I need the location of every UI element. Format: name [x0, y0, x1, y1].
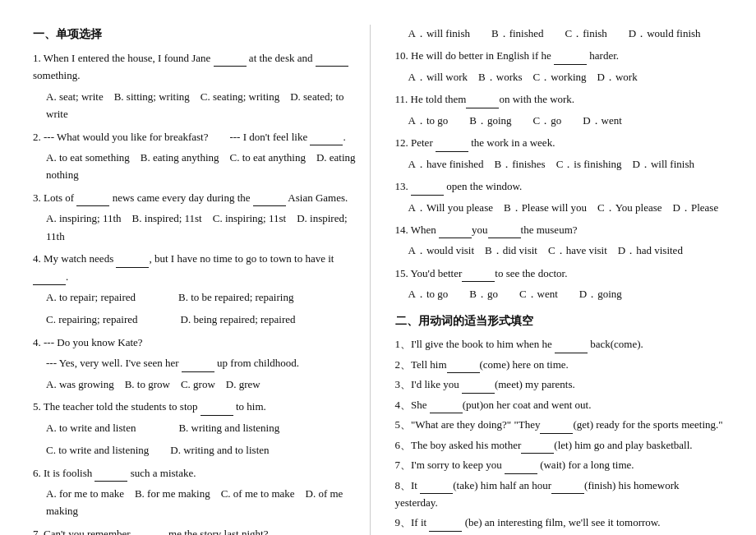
page: 一、单项选择 1. When I entered the house, I fo…: [0, 0, 756, 535]
q5-option1: A. to write and listen B. writing and li…: [46, 419, 362, 436]
s2-q7: 7、I'm sorry to keep you (wait) for a lon…: [395, 456, 724, 473]
s2-q5: 5、"What are they doing?" "They(get) read…: [395, 416, 724, 433]
question-1: 1. When I entered the house, I found Jan…: [33, 49, 362, 85]
right-column: A．will finish B．finished C．finish D．woul…: [387, 25, 724, 535]
question-15: 15. You'd betterto see the doctor.: [395, 265, 724, 282]
q12-options: A．have finished B．finishes C．is finishin…: [408, 155, 724, 173]
left-column: 一、单项选择 1. When I entered the house, I fo…: [33, 25, 371, 535]
q13-options: A．Will you please B．Please will you C．Yo…: [408, 199, 724, 216]
question-2: 2. --- What would you like for breakfast…: [33, 128, 362, 145]
pre-q10-options: A．will finish B．finished C．finish D．woul…: [408, 25, 724, 42]
section2-title: 二、用动词的适当形式填空: [395, 311, 724, 331]
s2-q2: 2、Tell him(come) here on time.: [395, 356, 724, 373]
question-14: 14. When youthe museum?: [395, 221, 724, 238]
s2-q9: 9、If it (be) an interesting film, we'll …: [395, 514, 724, 531]
q4a-option2: C. repairing; repaired D. being repaired…: [46, 311, 362, 328]
q4b-options: A. was growing B. to grow C. grow D. gre…: [46, 376, 362, 393]
s2-q4: 4、She (put)on her coat and went out.: [395, 396, 724, 413]
question-10: 10. He will do better in English if he h…: [395, 47, 724, 64]
question-4b-sub: --- Yes, very well. I've seen her up fro…: [46, 354, 362, 371]
question-12: 12. Peter the work in a week.: [395, 134, 724, 151]
s2-q1: 1、I'll give the book to him when he back…: [395, 335, 724, 353]
q11-options: A．to go B．going C．go D．went: [408, 112, 724, 129]
question-13: 13. open the window.: [395, 178, 724, 195]
q14-options: A．would visit B．did visit C．have visit D…: [408, 242, 724, 259]
s2-q6: 6、The boy asked his mother(let) him go a…: [395, 436, 724, 454]
q10-options: A．will work B．works C．working D．work: [408, 68, 724, 85]
question-4a: 4. My watch needs , but I have no time t…: [33, 250, 362, 285]
q1-options: A. seat; write B. sitting; writing C. se…: [46, 88, 362, 123]
question-4b: 4. --- Do you know Kate?: [33, 334, 362, 351]
s2-q3: 3、I'd like you (meet) my parents.: [395, 376, 724, 393]
question-5: 5. The teacher told the students to stop…: [33, 398, 362, 415]
question-11: 11. He told themon with the work.: [395, 90, 724, 108]
q1-text: 1. When I entered the house, I found Jan…: [33, 52, 348, 81]
question-3: 3. Lots of news came every day during th…: [33, 189, 362, 206]
question-6: 6. It is foolish such a mistake.: [33, 464, 362, 482]
s2-q8: 8、It (take) him half an hour(finish) his…: [395, 477, 724, 512]
q3-options: A. inspiring; 11th B. inspired; 11st C. …: [46, 210, 362, 245]
q5-option2: C. to write and listening D. writing and…: [46, 441, 362, 459]
q15-options: A．to go B．go C．went D．going: [408, 285, 724, 302]
q2-options: A. to eat something B. eating anything C…: [46, 149, 362, 184]
q6-options: A. for me to make B. for me making C. of…: [46, 485, 362, 520]
question-7: 7. Can't you remember me the story last …: [33, 525, 362, 535]
section1-title-left: 一、单项选择: [33, 25, 362, 44]
q4a-option1: A. to repair; repaired B. to be repaired…: [46, 288, 362, 306]
